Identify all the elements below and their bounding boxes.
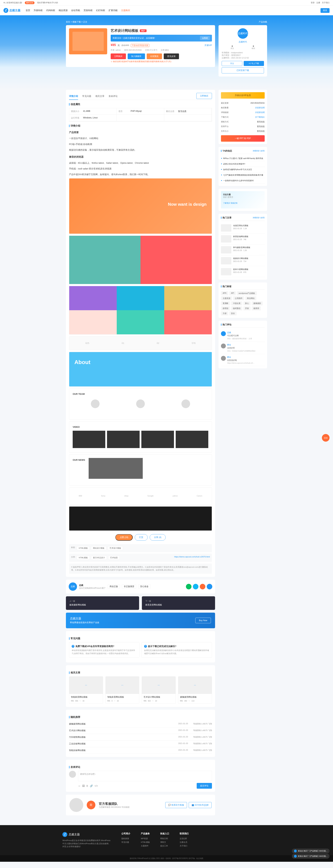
- weibo-icon[interactable]: [200, 584, 205, 589]
- chat-icon: 💬: [168, 804, 171, 806]
- tag-item[interactable]: 复测帐: [221, 301, 230, 305]
- main-nav: 首页 升级特权 代码特权 精品资源 全站导航 页面特权 幻灯特权 扩展功能 主题…: [26, 9, 130, 12]
- contact-button[interactable]: 💬联系官方客服: [165, 802, 187, 808]
- promo-pill[interactable]: 限时活动: [25, 1, 35, 4]
- price: ¥85: [111, 43, 116, 47]
- tag-item[interactable]: 商业网站: [245, 296, 256, 300]
- related-item[interactable]: ⋯ 智能床居网站模板¥850♡16: [105, 676, 139, 704]
- cta-banner: 总裁主题 即创界最创造面向世界的产业级 Buy Now: [66, 613, 215, 628]
- tag-item[interactable]: 公用插件: [233, 296, 244, 300]
- tag-item[interactable]: 影心: [243, 301, 251, 305]
- buy-button[interactable]: 立即购买: [111, 54, 126, 59]
- like-button[interactable]: 点赞 (19): [115, 534, 133, 540]
- next-card[interactable]: 下一篇 家居卖货网站模板: [142, 596, 215, 610]
- nav-buy[interactable]: 主题购买: [121, 9, 130, 12]
- emoji-icon[interactable]: ☺: [78, 784, 80, 787]
- breadcrumb: 首页 > 模板下载 > 正文 产品加载: [62, 19, 271, 25]
- activity-float-button[interactable]: 活动: [322, 434, 330, 442]
- tag-item[interactable]: 方便: [221, 311, 228, 315]
- nav-sitemap[interactable]: 全站导航: [71, 9, 80, 12]
- related-item[interactable]: ⋯ 智能家居网站模板¥85555♡16: [69, 676, 103, 704]
- nav-upgrade[interactable]: 升级特权: [34, 9, 43, 12]
- wechat-icon[interactable]: [186, 584, 192, 589]
- topbar-about[interactable]: 关于我们: [322, 1, 330, 4]
- submit-comment-button[interactable]: 提交评论: [197, 783, 212, 789]
- tag-item[interactable]: APK: [221, 291, 228, 295]
- installed-button[interactable]: 已经安装下载: [222, 67, 264, 73]
- tag-item[interactable]: 卡技出复: [231, 301, 242, 305]
- support-badge-icon: R: [87, 801, 95, 809]
- news-panel: TA的动态加载更多 (全部) ●RiPlus 子主题V1.7更新 asil-Ri…: [219, 147, 267, 186]
- tag-item[interactable]: API: [229, 291, 236, 295]
- tag-item[interactable]: 开发: [243, 306, 251, 310]
- tag-item[interactable]: 安全: [229, 311, 237, 315]
- tip-button[interactable]: 打赏: [135, 534, 147, 540]
- related-item[interactable]: ⋯ 摄像摄用网站模板¥85342♡113: [178, 676, 212, 704]
- promo-go-button[interactable]: 去围观: [200, 36, 210, 40]
- tab-qa[interactable]: 常见问题: [82, 93, 91, 100]
- hot-item[interactable]: 动漫店用站式模板2021-01-201.1K: [221, 222, 265, 234]
- dl-row[interactable]: 摄像摄用网站模板2021-01-20等级限制 Lv6675 飞翔: [69, 721, 212, 727]
- dl-row[interactable]: 汽车销售网站模板2021-01-20等级限制 Lv6675 飞翔: [69, 734, 212, 741]
- tag-row: 标签: HTML模板 网站设计模板 艺术设计模板: [69, 544, 212, 552]
- follow-button[interactable]: 关注: [222, 61, 242, 66]
- tag-item[interactable]: 临时数组: [231, 306, 242, 310]
- logo[interactable]: Z 总裁主题: [3, 8, 21, 13]
- preview-button[interactable]: 在线预览: [147, 54, 162, 59]
- preview-about: About: [69, 352, 212, 386]
- link-icon[interactable]: 🔗: [90, 784, 93, 787]
- tab-detail[interactable]: 详情介绍: [69, 93, 78, 100]
- tag-item[interactable]: 最美用: [252, 306, 261, 310]
- vip-link[interactable]: 开通VIP: [204, 44, 212, 47]
- related-item[interactable]: ⋯ 艺术设计网站模板¥85922♡22: [142, 676, 176, 704]
- tag-item[interactable]: 主题资源: [221, 296, 232, 300]
- hot-item[interactable]: 家居卖场网站模板2021-01-20746: [221, 234, 265, 244]
- promo-text: 现在开通VIP相当于5.8折: [37, 1, 58, 4]
- dl-row[interactable]: 艺术设计网站模板2021-01-20等级限制 Lv6675 飞翔: [69, 727, 212, 734]
- author-name[interactable]: 总裁时代: [222, 40, 264, 43]
- share-button[interactable]: 分享 (4): [150, 534, 166, 540]
- image-icon[interactable]: 🖼: [82, 784, 85, 787]
- download-button[interactable]: +1 马上下载: [244, 61, 264, 66]
- tag-item[interactable]: 路理设: [221, 306, 230, 310]
- tag-item[interactable]: 摄像摄影: [252, 301, 263, 305]
- hot-item[interactable]: 蓝来卡虎网站模板2021-01-20670: [221, 266, 265, 277]
- tab-related[interactable]: 相关文章: [95, 93, 104, 100]
- nav-code[interactable]: 代码特权: [46, 9, 55, 12]
- dl-row[interactable]: 智能设备网站模板2021-01-20等级限制 Lv6675 飞翔: [69, 747, 212, 754]
- cart-button[interactable]: 加入购物车: [128, 54, 145, 59]
- nav-slide[interactable]: 幻灯特权: [96, 9, 105, 12]
- comment-input[interactable]: 请填写点评论吧~: [78, 771, 212, 781]
- tab-comments[interactable]: 发表评论: [108, 93, 118, 100]
- bold-icon[interactable]: B: [87, 784, 88, 787]
- nav-home[interactable]: 首页: [26, 9, 30, 12]
- share-icon[interactable]: [207, 584, 212, 589]
- dl-row[interactable]: 工业设备网站模板2021-01-20等级限制 Lv6675 飞翔: [69, 741, 212, 747]
- login-button[interactable]: 登录: [321, 8, 330, 13]
- code-icon[interactable]: </>: [95, 784, 98, 787]
- hot-item[interactable]: 低级设计网站模板2021-01-20714: [221, 255, 265, 266]
- hot-badge: 962°: [140, 29, 146, 32]
- nav-resource[interactable]: 精品资源: [59, 9, 68, 12]
- tag-item[interactable]: wordpress产品模板: [237, 291, 257, 295]
- support-banner: R 官方客服团队 为您解答疑惑 3412453412 专业级技 💬联系官方客服 …: [66, 795, 215, 815]
- strip-avatar: 总裁: [69, 582, 77, 591]
- hot-item[interactable]: 奔马摄影意网站模板2021-01-201.2K: [221, 244, 265, 255]
- nav-page[interactable]: 页面特权: [84, 9, 93, 12]
- topbar-login[interactable]: 登录: [311, 1, 314, 4]
- preview-gallery: [69, 286, 212, 335]
- qq-icon[interactable]: [193, 584, 198, 589]
- topbar-register[interactable]: 注册: [317, 1, 320, 4]
- price-tag: 不是vip但享更多优惠: [131, 44, 149, 47]
- vip-banner[interactable]: 升级企业VIP会员: [221, 92, 265, 99]
- pdf-button[interactable]: 一键 PPT 转 PDF: [221, 135, 265, 142]
- tab-buy-button[interactable]: 立即购买: [196, 93, 212, 99]
- preview-logos: IBMSonyebayGoogleyahooCanon: [69, 487, 212, 505]
- nav-ext[interactable]: 扩展功能: [108, 9, 118, 12]
- feedback-button[interactable]: 意见反馈: [164, 54, 179, 59]
- header: Z 总裁主题 首页 升级特权 代码特权 精品资源 全站导航 页面特权 幻灯特权 …: [0, 5, 333, 15]
- cta-button[interactable]: Buy Now: [195, 618, 211, 623]
- prev-card[interactable]: 上一篇 服装摄影网站模板: [66, 596, 139, 610]
- author-avatar: 总裁时代: [238, 28, 248, 39]
- qq-group-button[interactable]: 👥官方技术QQ群: [189, 802, 211, 808]
